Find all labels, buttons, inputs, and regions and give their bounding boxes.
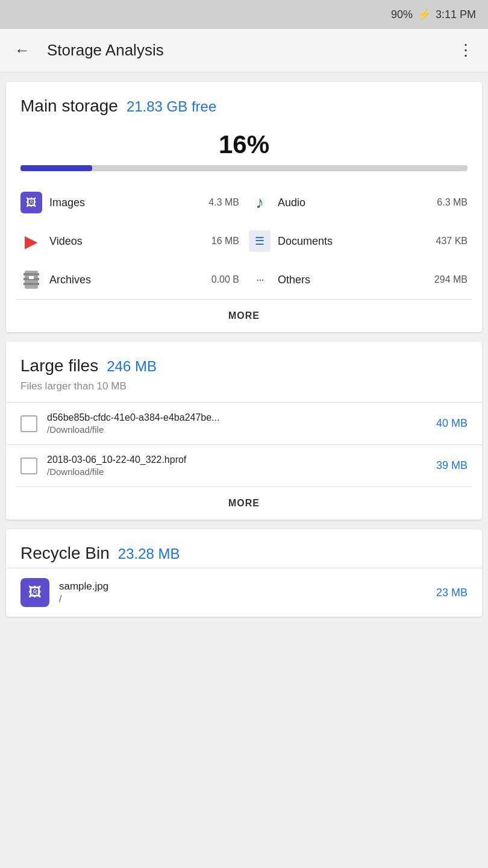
recycle-bin-title: Recycle Bin [20, 544, 110, 563]
large-files-subtitle: Files larger than 10 MB [6, 380, 482, 402]
large-file-item-1[interactable]: d56be85b-cfdc-41e0-a384-e4ba247be... /Do… [6, 402, 482, 444]
file-path-1: /Download/file [47, 424, 427, 435]
recycle-item-name-1: sample.jpg [59, 580, 427, 593]
overflow-menu-button[interactable]: ⋮ [453, 36, 478, 64]
file-name-2: 2018-03-06_10-22-40_322.hprof [47, 454, 427, 465]
videos-label: Videos [49, 235, 204, 248]
documents-label: Documents [278, 235, 429, 248]
large-file-item-2[interactable]: 2018-03-06_10-22-40_322.hprof /Download/… [6, 444, 482, 486]
recycle-bin-header: Recycle Bin 23.28 MB [6, 529, 482, 568]
recycle-item-info-1: sample.jpg / [59, 580, 427, 605]
svg-rect-1 [23, 273, 39, 275]
svg-rect-4 [29, 276, 34, 279]
back-button[interactable]: ← [10, 36, 35, 64]
others-icon: ··· [249, 269, 271, 291]
time-display: 3:11 PM [436, 8, 476, 21]
large-files-card: Large files 246 MB Files larger than 10 … [6, 342, 482, 520]
recycle-item-path-1: / [59, 594, 427, 605]
file-size-1: 40 MB [436, 417, 468, 430]
app-bar: ← Storage Analysis ⋮ [0, 29, 488, 72]
recycle-bin-card: Recycle Bin 23.28 MB 🖼 sample.jpg / 23 M… [6, 529, 482, 617]
file-path-2: /Download/file [47, 467, 427, 477]
documents-icon: ☰ [249, 230, 271, 252]
large-files-title: Large files [20, 356, 98, 376]
file-info-1: d56be85b-cfdc-41e0-a384-e4ba247be... /Do… [47, 412, 427, 435]
images-size: 4.3 MB [208, 197, 239, 208]
large-files-total-size: 246 MB [107, 358, 157, 375]
audio-icon: ♪ [249, 192, 271, 213]
archives-icon [20, 269, 42, 291]
usage-percent: 16% [6, 121, 482, 165]
videos-size: 16 MB [211, 236, 239, 247]
recycle-item-size-1: 23 MB [436, 587, 468, 599]
file-checkbox-2[interactable] [20, 458, 37, 474]
usage-progress-bar-container [20, 165, 468, 171]
storage-item-documents[interactable]: ☰ Documents 437 KB [244, 222, 472, 260]
large-files-more-button[interactable]: MORE [6, 487, 482, 520]
main-storage-more-button[interactable]: MORE [6, 300, 482, 332]
file-info-2: 2018-03-06_10-22-40_322.hprof /Download/… [47, 454, 427, 477]
battery-percent: 90% [391, 8, 413, 21]
main-storage-card: Main storage 21.83 GB free 16% 🖼 Images … [6, 82, 482, 332]
storage-item-archives[interactable]: Archives 0.00 B [16, 260, 244, 299]
others-label: Others [278, 274, 427, 286]
videos-icon: ▶ [20, 230, 42, 252]
storage-item-videos[interactable]: ▶ Videos 16 MB [16, 222, 244, 260]
storage-categories-grid: 🖼 Images 4.3 MB ♪ Audio 6.3 MB ▶ Videos … [6, 183, 482, 299]
archives-label: Archives [49, 274, 204, 286]
recycle-item-icon-1: 🖼 [20, 578, 49, 607]
main-storage-header: Main storage 21.83 GB free [6, 82, 482, 121]
images-label: Images [49, 197, 201, 209]
main-storage-free: 21.83 GB free [127, 98, 216, 115]
audio-label: Audio [278, 197, 430, 209]
page-title: Storage Analysis [47, 41, 453, 60]
others-size: 294 MB [434, 274, 468, 285]
file-name-1: d56be85b-cfdc-41e0-a384-e4ba247be... [47, 412, 427, 423]
archives-size: 0.00 B [211, 274, 239, 285]
audio-size: 6.3 MB [437, 197, 468, 208]
recycle-bin-size: 23.28 MB [118, 546, 180, 562]
documents-size: 437 KB [436, 236, 468, 247]
svg-rect-3 [23, 283, 39, 285]
recycle-item-1[interactable]: 🖼 sample.jpg / 23 MB [6, 568, 482, 617]
file-checkbox-1[interactable] [20, 415, 37, 432]
large-files-header: Large files 246 MB [6, 342, 482, 380]
file-size-2: 39 MB [436, 459, 468, 472]
main-storage-title: Main storage [20, 96, 118, 116]
storage-item-images[interactable]: 🖼 Images 4.3 MB [16, 183, 244, 222]
images-icon: 🖼 [20, 192, 42, 213]
storage-item-others[interactable]: ··· Others 294 MB [244, 260, 472, 299]
usage-progress-bar-fill [20, 165, 92, 171]
battery-icon: ⚡ [418, 8, 431, 21]
status-bar: 90% ⚡ 3:11 PM [0, 0, 488, 29]
storage-item-audio[interactable]: ♪ Audio 6.3 MB [244, 183, 472, 222]
